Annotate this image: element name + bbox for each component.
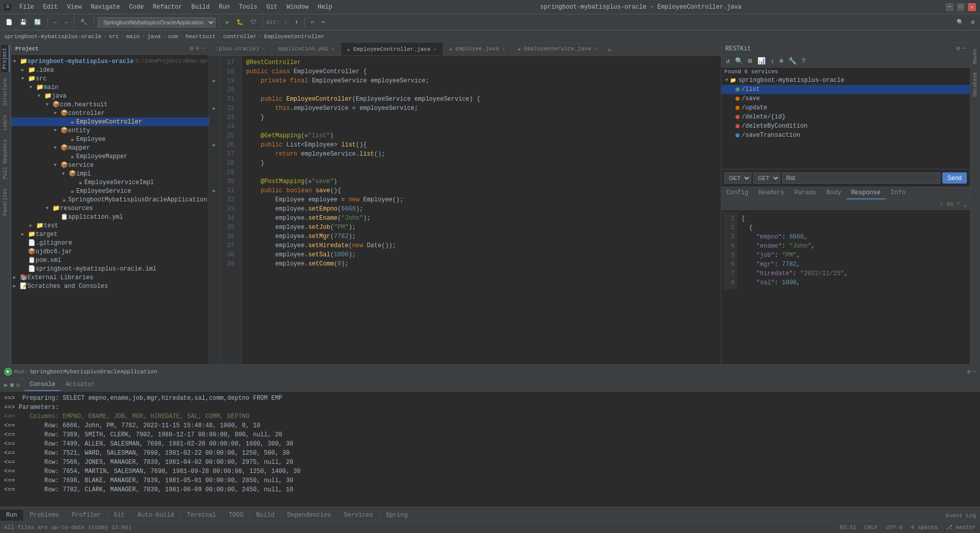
restkit-expand-icon[interactable]: ⊕: [778, 56, 785, 66]
close-button[interactable]: ✕: [968, 3, 976, 11]
toolbar-run[interactable]: ▶: [223, 18, 232, 26]
tree-item-resources[interactable]: ▼ 📁 resources: [11, 204, 209, 213]
toolbar-settings[interactable]: ⚙: [968, 18, 977, 26]
response-collapse-icon[interactable]: ⌄: [963, 201, 967, 209]
tree-item-src[interactable]: ▼ 📁 src: [11, 74, 209, 83]
breadcrumb-controller[interactable]: controller: [223, 34, 257, 40]
bottom-nav-auto-build[interactable]: Auto-build: [131, 510, 180, 521]
breadcrumb-java[interactable]: java: [147, 34, 160, 40]
toolbar-build[interactable]: 🔨: [78, 18, 90, 26]
url-input[interactable]: [782, 172, 940, 184]
req-tab-params[interactable]: Params: [789, 187, 821, 199]
req-tab-response[interactable]: Response: [846, 187, 886, 199]
restkit-settings-icon[interactable]: ⚙: [957, 45, 960, 52]
left-tab-learn[interactable]: Learn: [2, 112, 9, 133]
tab-close-app-yml[interactable]: ✕: [331, 46, 334, 52]
toolbar-git-update[interactable]: ⬆: [292, 18, 301, 26]
req-tab-headers[interactable]: Headers: [753, 187, 789, 199]
req-tab-info[interactable]: Info: [885, 187, 910, 199]
bottom-minimize-icon[interactable]: ─: [972, 369, 976, 375]
tree-item-employee-service-impl[interactable]: ☕ EmployeeServiceImpl: [11, 178, 209, 187]
toolbar-search[interactable]: 🔍: [954, 18, 966, 26]
bottom-nav-git[interactable]: Git: [108, 510, 132, 521]
gutter-run-26[interactable]: ▶: [209, 140, 219, 150]
tree-item-test[interactable]: ▶ 📁 test: [11, 221, 209, 230]
bottom-nav-todo[interactable]: TODO: [223, 510, 250, 521]
menu-help[interactable]: Help: [314, 3, 336, 12]
project-run-config[interactable]: SpringbootMybatisplusOracleApplication: [98, 17, 216, 27]
run-tab-actuator[interactable]: Actuator: [60, 379, 100, 391]
restkit-refresh-icon[interactable]: ↺: [724, 56, 731, 66]
toolbar-back[interactable]: ←: [51, 18, 60, 26]
tree-item-java[interactable]: ▼ 📁 java: [11, 92, 209, 100]
response-content[interactable]: 1 2 3 4 5 6 7 8 [ { "empno": 6666, "enam…: [721, 210, 970, 364]
tab-employee-service[interactable]: ☕ EmployeeService.java ✕: [512, 43, 604, 55]
tree-item-ojdbc[interactable]: 📦 ojdbc6.jar: [11, 247, 209, 256]
menu-run[interactable]: Run: [215, 3, 234, 12]
tree-item-entity[interactable]: ▼ 📦 entity: [11, 126, 209, 135]
bottom-nav-spring[interactable]: Spring: [380, 510, 414, 521]
bottom-settings-icon[interactable]: ⚙: [967, 368, 971, 375]
status-position[interactable]: 83:31: [840, 524, 856, 530]
panel-gear-icon[interactable]: ⚙: [190, 45, 193, 52]
toolbar-undo[interactable]: ↩: [309, 18, 317, 26]
restkit-chart-icon[interactable]: 📊: [756, 56, 767, 66]
run-stop-icon[interactable]: ■: [10, 381, 14, 389]
bottom-nav-services[interactable]: Services: [338, 510, 380, 521]
tree-item-scratches[interactable]: ▶ 📝 Scratches and Consoles: [11, 282, 209, 290]
breadcrumb-project[interactable]: springboot-mybatisplus-oracle: [4, 34, 101, 40]
menu-git[interactable]: Git: [262, 3, 282, 12]
bottom-nav-problems[interactable]: Problems: [24, 510, 66, 521]
toolbar-git-check[interactable]: ✓: [282, 18, 290, 26]
response-expand-icon[interactable]: ⌃: [957, 201, 960, 209]
tab-close-employee-controller[interactable]: ✕: [434, 46, 437, 52]
tree-item-external-libs[interactable]: ▶ 📚 External Libraries: [11, 273, 209, 282]
method-select-dropdown[interactable]: GET: [724, 172, 751, 184]
endpoint-delete[interactable]: /delete/{id}: [721, 112, 970, 122]
breadcrumb-com[interactable]: com: [168, 34, 178, 40]
tab-employee-java[interactable]: ☕ Employee.java ✕: [443, 43, 512, 55]
tab-close-plus-oracle[interactable]: ✕: [262, 46, 265, 52]
left-tab-favorites[interactable]: Favorites: [2, 185, 9, 219]
restkit-search-icon[interactable]: 🔍: [733, 56, 745, 66]
tree-item-employee-controller[interactable]: ☕ EmployeeController: [11, 117, 209, 126]
tree-item-mapper[interactable]: ▼ 📦 mapper: [11, 143, 209, 152]
tree-item-main[interactable]: ▼ 📁 main: [11, 83, 209, 92]
breadcrumb-main[interactable]: main: [126, 34, 139, 40]
breadcrumb-src[interactable]: src: [109, 34, 119, 40]
gutter-run-31[interactable]: ▶: [209, 186, 219, 195]
menu-build[interactable]: Build: [187, 3, 213, 12]
breadcrumb-heartsuit[interactable]: heartsuit: [186, 34, 216, 40]
menu-file[interactable]: File: [15, 3, 38, 12]
req-tab-config[interactable]: Config: [721, 187, 753, 199]
gutter-run-22[interactable]: ▶: [209, 104, 219, 113]
restkit-sort-icon[interactable]: ↕: [769, 57, 776, 66]
toolbar-refresh[interactable]: 🔄: [32, 18, 44, 26]
menu-tools[interactable]: Tools: [235, 3, 261, 12]
status-line-ending[interactable]: CRLF: [865, 524, 878, 530]
tab-plus-oracle[interactable]: :plus-oracle) ✕: [209, 43, 272, 55]
bottom-nav-terminal[interactable]: Terminal: [180, 510, 223, 521]
bottom-nav-profiler[interactable]: Profiler: [66, 510, 108, 521]
restkit-minimize-icon[interactable]: ─: [962, 45, 966, 52]
tree-item-target[interactable]: ▶ 📁 target: [11, 230, 209, 239]
tree-item-app-yml[interactable]: 📋 application.yml: [11, 213, 209, 221]
maximize-button[interactable]: □: [957, 3, 965, 11]
tab-employee-controller[interactable]: ☕ EmployeeController.java ✕: [341, 43, 443, 55]
menu-refactor[interactable]: Refactor: [149, 3, 187, 12]
toolbar-debug[interactable]: 🐛: [234, 18, 246, 26]
endpoint-update[interactable]: /update: [721, 103, 970, 112]
restkit-filter-icon[interactable]: ⊞: [747, 56, 754, 66]
menu-view[interactable]: View: [63, 3, 86, 12]
minimize-button[interactable]: ─: [945, 3, 954, 11]
toolbar-new-file[interactable]: 📄: [3, 18, 15, 26]
left-tab-project[interactable]: Project: [1, 45, 10, 72]
gutter-run-19[interactable]: ▶: [209, 76, 219, 85]
menu-navigate[interactable]: Navigate: [86, 3, 124, 12]
run-tab-console[interactable]: Console: [24, 379, 60, 391]
tree-item-controller[interactable]: ▼ 📦 controller: [11, 109, 209, 117]
req-tab-body[interactable]: Body: [821, 187, 846, 199]
tree-item-service[interactable]: ▼ 📦 service: [11, 161, 209, 169]
event-log-button[interactable]: Event Log: [942, 511, 980, 521]
menu-code[interactable]: Code: [125, 3, 148, 12]
